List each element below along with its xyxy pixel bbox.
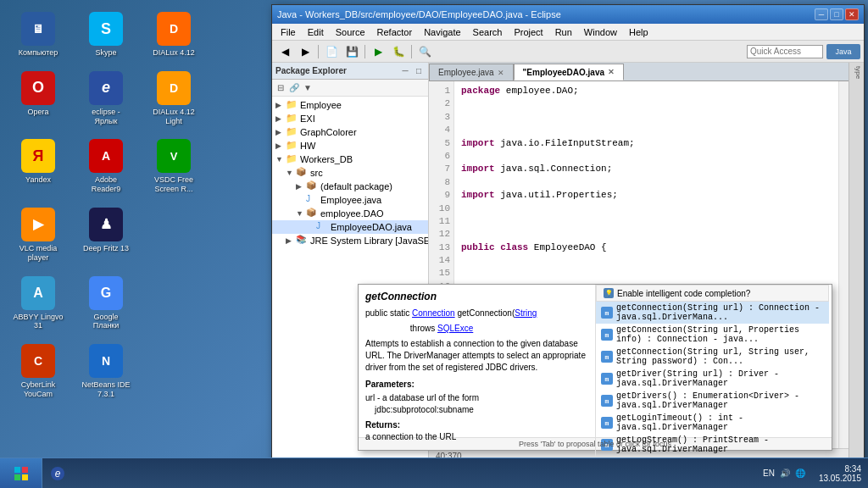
menu-navigate[interactable]: Navigate (419, 26, 465, 38)
ac-method-icon: m (601, 307, 613, 319)
autocomplete-body: getConnection public static Connection g… (359, 285, 832, 437)
tree-item-employee-dao-java[interactable]: J EmployeeDAO.java (272, 220, 428, 234)
svg-text:e: e (55, 468, 61, 480)
view-menu-btn[interactable]: ▼ (302, 82, 314, 94)
desktop-icon-vlc[interactable]: ▶ VLC media player (8, 204, 68, 266)
tab-label: Employee.java (438, 68, 494, 77)
toolbar-new-btn[interactable]: 📄 (322, 43, 341, 60)
desktop-icon-label: ABBYY Lingvo 31 (12, 313, 64, 331)
tree-label: Workers_DB (300, 154, 353, 164)
side-panel-right: type (849, 63, 864, 463)
ac-item-0[interactable]: m getConnection(String url) : Connection… (596, 302, 829, 324)
volume-icon: 🔊 (780, 469, 790, 478)
menu-search[interactable]: Search (468, 26, 508, 38)
menu-help[interactable]: Help (624, 26, 654, 38)
tree-item-employee[interactable]: ▶ 📁 Employee (272, 98, 428, 112)
toolbar-search-btn[interactable]: 🔍 (415, 43, 434, 60)
menu-run[interactable]: Run (550, 26, 577, 38)
ac-item-1[interactable]: m getConnection(String url, Properties i… (596, 324, 829, 346)
desktop-icon-netbeans[interactable]: N NetBeans IDE 7.3.1 (76, 341, 136, 402)
minimize-button[interactable]: ─ (815, 8, 828, 20)
toolbar-separator (318, 45, 319, 58)
ac-sqlexc-link[interactable]: SQLExce (437, 324, 473, 333)
panel-maximize-btn[interactable]: □ (413, 65, 425, 77)
desktop-icons: 🖥 Компьютер S Skype D DIALux 4.12 O Oper… (8, 8, 203, 402)
close-button[interactable]: ✕ (845, 8, 859, 20)
desktop-icon-deepfritz[interactable]: ♟ Deep Fritz 13 (76, 204, 136, 266)
desktop-icon-dialux[interactable]: D DIALux 4.12 (144, 8, 203, 61)
tree-item-employee-dao-pkg[interactable]: ▼ 📦 employee.DAO (272, 207, 428, 220)
desktop-icon-label: DIALux 4.12 (153, 48, 195, 58)
ac-connection-link[interactable]: Connection (412, 308, 455, 318)
ac-item-2[interactable]: m getConnection(String url, String user,… (596, 346, 829, 368)
tree-item-hw[interactable]: ▶ 📁 HW (272, 139, 428, 152)
desktop-icon-computer[interactable]: 🖥 Компьютер (8, 8, 68, 61)
tree-item-employee-java[interactable]: J Employee.java (272, 193, 428, 207)
desktop-icon-google[interactable]: G Google Планки (76, 273, 136, 335)
svg-rect-3 (22, 474, 28, 480)
ac-method-icon: m (601, 373, 613, 385)
menu-project[interactable]: Project (509, 26, 548, 38)
menu-refactor[interactable]: Refactor (372, 26, 418, 38)
desktop-icon-opera[interactable]: O Opera (8, 68, 68, 130)
autocomplete-items-panel: 💡 Enable intelligent code completion? m … (596, 285, 829, 463)
desktop-icon-yandex[interactable]: Я Yandex (8, 136, 68, 197)
ac-method-icon: m (601, 417, 613, 429)
desktop-icon-cyberlink[interactable]: C CyberLink YouCam (8, 341, 68, 402)
tree-label: JRE System Library [JavaSE-1.7] (310, 236, 428, 246)
toolbar-back-btn[interactable]: ◀ (275, 43, 294, 60)
tree-item-graphcolorer[interactable]: ▶ 📁 GraphColorer (272, 125, 428, 139)
collapse-all-btn[interactable]: ⊟ (275, 82, 287, 94)
desktop-icon-vsdc[interactable]: V VSDC Free Screen R... (144, 136, 203, 197)
desktop-icon-skype[interactable]: S Skype (76, 8, 136, 61)
tree-label: GraphColorer (300, 127, 357, 137)
tree-item-src[interactable]: ▼ 📦 src (272, 166, 428, 180)
maximize-button[interactable]: □ (830, 8, 843, 20)
tree-item-exi[interactable]: ▶ 📁 EXI (272, 112, 428, 125)
ac-item-3[interactable]: m getDriver(String url) : Driver - java.… (596, 368, 829, 390)
tab-employee-java[interactable]: Employee.java ✕ (429, 64, 514, 80)
menu-file[interactable]: File (275, 26, 301, 38)
tab-label: "EmployeeDAO.java (523, 68, 604, 77)
link-editor-btn[interactable]: 🔗 (288, 82, 300, 94)
tab-close-dao[interactable]: ✕ (608, 68, 615, 76)
toolbar-separator2 (364, 45, 365, 58)
desktop-icon-label: Deep Fritz 13 (83, 244, 129, 253)
editor-scrollbar[interactable] (838, 81, 849, 448)
tab-close-employee[interactable]: ✕ (498, 69, 504, 77)
start-button[interactable] (0, 458, 42, 489)
tree-label: EXI (300, 114, 315, 124)
tree-item-jre[interactable]: ▶ 📚 JRE System Library [JavaSE-1.7] (272, 234, 428, 247)
package-explorer-header: Package Explorer ─ □ (272, 63, 428, 80)
ac-item-4[interactable]: m getDrivers() : Enumeration<Driver> - j… (596, 390, 829, 412)
taskbar-eclipse-btn[interactable]: e (46, 462, 70, 485)
desktop: 🖥 Компьютер S Skype D DIALux 4.12 O Oper… (0, 0, 868, 488)
toolbar-debug-btn[interactable]: 🐛 (389, 43, 408, 60)
tab-employee-dao-java[interactable]: "EmployeeDAO.java ✕ (514, 64, 624, 80)
ac-item-label: getConnection(String url, Properties inf… (616, 325, 824, 344)
panel-minimize-btn[interactable]: ─ (399, 65, 411, 77)
desktop-icon-abbyy[interactable]: A ABBYY Lingvo 31 (8, 273, 68, 335)
desktop-icon-label: Adobe Reader9 (80, 175, 132, 194)
menu-edit[interactable]: Edit (303, 26, 329, 38)
toolbar-forward-btn[interactable]: ▶ (296, 43, 314, 60)
desktop-icon-dialux-light[interactable]: D DIALux 4.12 Light (144, 68, 203, 130)
menu-window[interactable]: Window (579, 26, 622, 38)
menu-source[interactable]: Source (331, 26, 370, 38)
desktop-icon-eclipse[interactable]: e eclipse - Ярлык (76, 68, 136, 130)
tree-label: HW (300, 141, 315, 151)
ac-enable-icon: 💡 (604, 288, 614, 298)
ac-string-link[interactable]: String (515, 308, 537, 318)
toolbar-save-btn[interactable]: 💾 (342, 43, 361, 60)
tree-item-workers-db[interactable]: ▼ 📁 Workers_DB (272, 152, 428, 166)
toolbar-run-btn[interactable]: ▶ (369, 43, 387, 60)
ac-item-5[interactable]: m getLoginTimeout() : int - java.sql.Dri… (596, 412, 829, 434)
tree-label: src (310, 168, 323, 178)
eclipse-titlebar: Java - Workers_DB/src/employee/DAO/Emplo… (272, 5, 864, 24)
outline-label[interactable]: type (849, 63, 864, 82)
quick-access-input[interactable] (747, 45, 823, 58)
java-perspective-btn[interactable]: Java (826, 44, 860, 59)
tree-item-default-package[interactable]: ▶ 📦 (default package) (272, 180, 428, 193)
toolbar-separator3 (411, 45, 412, 58)
desktop-icon-adobe[interactable]: A Adobe Reader9 (76, 136, 136, 197)
